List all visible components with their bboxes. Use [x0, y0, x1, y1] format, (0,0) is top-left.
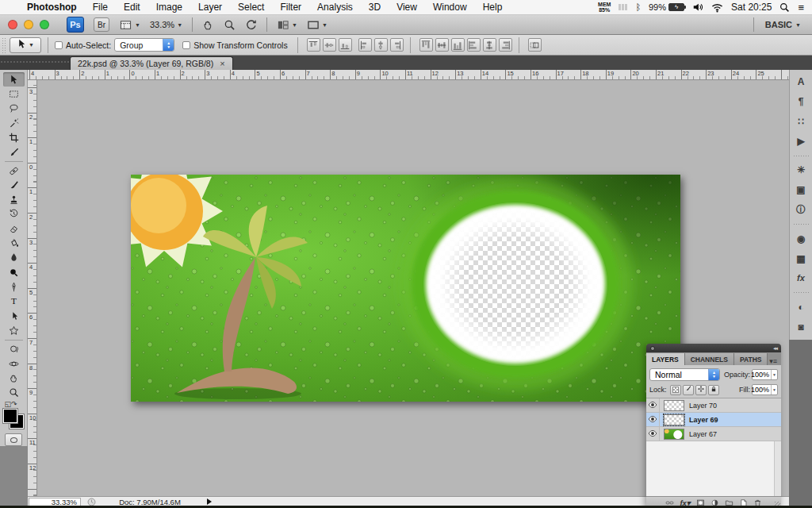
align-bottom-edges-button[interactable] [339, 38, 352, 52]
eyedropper-tool[interactable] [3, 145, 25, 160]
spot-healing-brush-tool[interactable] [3, 164, 25, 178]
paragraph-panel-icon[interactable]: ¶ [793, 94, 810, 109]
opacity-slider-icon[interactable]: ▼ [771, 370, 777, 379]
layer-thumbnail[interactable] [664, 400, 684, 411]
tab-paths[interactable]: PATHS [734, 353, 768, 365]
bluetooth-icon[interactable]: ᛒ [635, 2, 641, 12]
hand-tool[interactable] [3, 371, 25, 385]
wifi-icon[interactable] [711, 2, 723, 13]
brush-tool[interactable] [3, 178, 25, 192]
3d-rotate-tool[interactable] [3, 342, 25, 356]
auto-select-dropdown[interactable]: Group ▲▼ [114, 38, 174, 52]
quick-mask-button[interactable] [5, 433, 22, 446]
close-document-icon[interactable]: × [220, 59, 224, 68]
distribute-vertical-centers-button[interactable] [435, 38, 449, 52]
tool-preset-picker[interactable]: ▼ [10, 37, 41, 53]
close-window-button[interactable] [8, 20, 17, 29]
layer-row-layer-67[interactable]: Layer 67 [646, 427, 781, 441]
arrange-documents-dropdown[interactable]: ▼ [277, 19, 297, 31]
histogram-panel-icon[interactable]: ◐ [793, 300, 810, 314]
align-horizontal-centers-button[interactable] [374, 38, 388, 52]
panel-close-icon[interactable] [650, 346, 655, 351]
menu-edit[interactable]: Edit [116, 0, 148, 15]
show-transform-checkbox[interactable] [182, 41, 190, 49]
lock-transparent-pixels-button[interactable] [670, 385, 681, 395]
blur-tool[interactable] [3, 251, 25, 265]
3d-orbit-tool[interactable] [3, 356, 25, 371]
collapse-panel-icon[interactable]: ◂◂ [773, 345, 777, 352]
minimize-window-button[interactable] [24, 20, 33, 29]
menu-filter[interactable]: Filter [272, 0, 309, 15]
custom-shape-tool[interactable] [3, 323, 25, 337]
options-bar-grip[interactable] [2, 37, 7, 53]
align-left-edges-button[interactable] [358, 38, 372, 52]
zoom-tool[interactable] [3, 386, 25, 400]
fill-field[interactable]: 100% ▼ [752, 384, 778, 395]
workspace-switcher[interactable]: BASIC▼ [753, 17, 801, 32]
menu-help[interactable]: Help [475, 0, 511, 15]
menu-analysis[interactable]: Analysis [309, 0, 361, 15]
zoom-level-dropdown[interactable]: 33.3%▼ [150, 20, 182, 29]
screen-mode-dropdown[interactable]: ▼ [307, 19, 327, 31]
zoom-window-button[interactable] [40, 20, 49, 29]
distribute-top-edges-button[interactable] [419, 38, 433, 52]
menu-layer[interactable]: Layer [190, 0, 230, 15]
memory-indicator[interactable]: MEM85% [598, 2, 611, 13]
adjustments-panel-icon[interactable]: ✳ [793, 163, 810, 177]
distribute-horizontal-centers-button[interactable] [483, 38, 496, 52]
align-vertical-centers-button[interactable] [323, 38, 336, 52]
menu-photoshop[interactable]: Photoshop [19, 0, 85, 15]
launch-bridge-button[interactable]: Br [94, 17, 109, 32]
distribute-left-edges-button[interactable] [467, 38, 481, 52]
align-top-edges-button[interactable] [307, 38, 320, 52]
path-selection-tool[interactable] [3, 309, 25, 323]
lasso-tool[interactable] [3, 102, 25, 116]
zoom-tool-button[interactable] [224, 19, 236, 31]
swatches-panel-icon[interactable]: ▦ [793, 252, 810, 266]
rectangular-marquee-tool[interactable] [3, 87, 25, 101]
battery-indicator[interactable]: 99% ϟ [649, 2, 684, 12]
menu-select[interactable]: Select [230, 0, 272, 15]
lock-all-button[interactable] [708, 385, 719, 395]
document-canvas[interactable] [131, 175, 680, 402]
character-panel-icon[interactable]: A [793, 75, 810, 89]
layer-row-layer-69[interactable]: Layer 69 [646, 413, 781, 427]
fill-slider-icon[interactable]: ▼ [771, 385, 777, 394]
rotate-view-button[interactable] [245, 19, 257, 31]
menu-3d[interactable]: 3D [361, 0, 389, 15]
blend-mode-dropdown[interactable]: Normal ▲▼ [649, 368, 720, 381]
menu-clock[interactable]: Sat 20:25 [731, 2, 772, 13]
layer-thumbnail[interactable] [664, 414, 684, 425]
lock-position-button[interactable] [695, 385, 707, 395]
pen-tool[interactable] [3, 279, 25, 294]
styles-panel-icon[interactable]: fx [793, 271, 810, 286]
menu-view[interactable]: View [389, 0, 425, 15]
layer-visibility-toggle[interactable] [646, 413, 660, 426]
clone-source-panel-icon[interactable]: ∷ [793, 114, 810, 129]
lock-image-pixels-button[interactable] [683, 385, 694, 395]
layer-visibility-toggle[interactable] [646, 427, 660, 441]
menu-window[interactable]: Window [425, 0, 475, 15]
distribute-bottom-edges-button[interactable] [451, 38, 465, 52]
panel-menu-icon[interactable]: ▾≡ [769, 357, 781, 365]
tab-layers[interactable]: LAYERS [646, 353, 685, 365]
vertical-ruler[interactable]: 3210123456789101112 [28, 80, 37, 496]
status-zoom-field[interactable]: 33.33% [29, 498, 81, 506]
memory-bars-icon[interactable] [619, 4, 627, 10]
auto-select-checkbox[interactable] [55, 41, 63, 49]
opacity-field[interactable]: 100% ▼ [752, 369, 778, 380]
hand-tool-button[interactable] [202, 19, 214, 31]
clone-stamp-tool[interactable] [3, 192, 25, 206]
menu-file[interactable]: File [85, 0, 116, 15]
swap-colors-icon[interactable]: ◱↷ [3, 400, 25, 409]
layer-row-layer-70[interactable]: Layer 70 [646, 398, 781, 413]
view-extras-dropdown[interactable]: ▼ [119, 19, 140, 31]
status-flyout-icon[interactable] [207, 498, 212, 505]
actions-panel-icon[interactable]: ▶ [793, 134, 810, 148]
distribute-right-edges-button[interactable] [499, 38, 512, 52]
document-tab[interactable]: 22k.psd @ 33.3% (Layer 69, RGB/8) × [70, 56, 233, 70]
notification-center-icon[interactable]: ≡ [798, 2, 804, 13]
layers-scrollbar[interactable] [774, 441, 781, 496]
align-right-edges-button[interactable] [390, 38, 404, 52]
tab-channels[interactable]: CHANNELS [685, 353, 734, 365]
